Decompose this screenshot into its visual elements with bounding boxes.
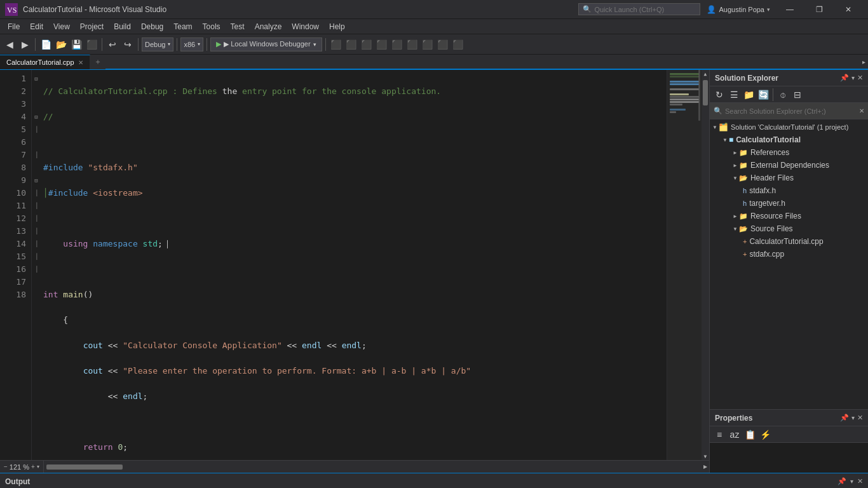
se-pin-icon[interactable]: 📌 — [840, 74, 849, 82]
menu-item-test[interactable]: Test — [226, 19, 250, 34]
menu-item-team[interactable]: Team — [168, 19, 197, 34]
prop-props-btn[interactable]: 📋 — [743, 428, 757, 442]
zoom-in-button[interactable]: + — [31, 463, 35, 470]
menu-item-file[interactable]: File — [3, 19, 25, 34]
zoom-dropdown-button[interactable]: ▾ — [37, 464, 39, 470]
menu-item-view[interactable]: View — [48, 19, 75, 34]
tree-targetver-h-node[interactable]: h targetver.h — [710, 197, 868, 210]
prop-pin-icon[interactable]: 📌 — [840, 414, 849, 422]
scroll-right-arrow[interactable]: ▶ — [702, 463, 709, 471]
toolbar-save-button[interactable]: 💾 — [69, 37, 83, 51]
tree-stdafx-cpp-node[interactable]: + stdafx.cpp — [710, 248, 868, 261]
debug-config-dropdown[interactable]: Debug ▾ — [142, 37, 173, 51]
line-num-1: 1 — [0, 72, 26, 85]
fold-1[interactable]: ⊟ — [32, 72, 41, 85]
toolbar-extra-btn-2[interactable]: ⬛ — [344, 37, 358, 51]
menu-item-analyze[interactable]: Analyze — [250, 19, 287, 34]
tab-calculatortutorial-cpp[interactable]: CalculatorTutorial.cpp ✕ — [0, 55, 90, 69]
tree-resource-files-node[interactable]: ► 📁 Resource Files — [710, 210, 868, 222]
se-sync-button[interactable]: ↻ — [712, 88, 726, 102]
se-close-icon[interactable]: ✕ — [857, 74, 863, 82]
output-pin-btn[interactable]: 📌 — [837, 477, 846, 485]
toolbar-extra-btn-8[interactable]: ⬛ — [436, 37, 450, 51]
fold-9[interactable]: ⊟ — [32, 174, 41, 187]
tree-stdafx-h-node[interactable]: h stdafx.h — [710, 184, 868, 197]
toolbar-extra-btn-4[interactable]: ⬛ — [375, 37, 389, 51]
tree-references-node[interactable]: ► 📁 References — [710, 146, 868, 159]
tree-calculatortutorial-cpp-node[interactable]: + CalculatorTutorial.cpp — [710, 235, 868, 248]
restore-button[interactable]: ❐ — [804, 0, 834, 19]
run-dropdown-arrow[interactable]: ▾ — [313, 41, 316, 48]
minimap-slider[interactable] — [698, 70, 700, 121]
menu-item-project[interactable]: Project — [75, 19, 109, 34]
quick-launch-input[interactable] — [594, 6, 696, 13]
menu-item-debug[interactable]: Debug — [136, 19, 168, 34]
search-area[interactable]: 🔍 — [578, 3, 700, 15]
se-search-input[interactable] — [725, 107, 857, 115]
platform-dropdown[interactable]: x86 ▾ — [180, 37, 203, 51]
horiz-scroll-track[interactable] — [46, 464, 699, 470]
prop-dropdown-icon[interactable]: ▾ — [851, 414, 855, 421]
minimize-button[interactable]: — — [775, 0, 804, 19]
tab-close-icon[interactable]: ✕ — [78, 59, 83, 66]
se-props-button[interactable]: ☰ — [727, 88, 741, 102]
se-search-clear-icon[interactable]: ✕ — [859, 107, 864, 114]
toolbar-open-button[interactable]: 📂 — [54, 37, 68, 51]
toolbar-extra-btn-3[interactable]: ⬛ — [360, 37, 374, 51]
code-content[interactable]: // CalculatorTutorial.cpp : Defines the … — [41, 70, 667, 460]
se-collapse-all-button[interactable]: ⊟ — [790, 88, 804, 102]
zoom-level[interactable]: 121 % — [10, 463, 29, 471]
menu-item-window[interactable]: Window — [287, 19, 324, 34]
scroll-down-arrow[interactable]: ▼ — [702, 452, 709, 460]
toolbar-redo-button[interactable]: ↪ — [121, 37, 135, 51]
user-name[interactable]: Augustin Popa — [719, 6, 764, 13]
targetver-h-icon: h — [743, 200, 747, 207]
line-num-15: 15 — [0, 250, 26, 263]
horiz-scroll-thumb[interactable] — [46, 464, 123, 470]
prop-category-btn[interactable]: ≡ — [712, 428, 726, 442]
tab-add-button[interactable]: ＋ — [90, 55, 105, 69]
code-editor[interactable]: 1 2 3 4 5 6 7 8 9 10 11 12 13 14 15 16 1 — [0, 70, 709, 460]
menu-item-tools[interactable]: Tools — [198, 19, 226, 34]
tree-solution-node[interactable]: ▼ 🗂️ Solution 'CalculatorTutorial' (1 pr… — [710, 121, 868, 133]
prop-close-icon[interactable]: ✕ — [857, 414, 863, 422]
toolbar-extra-btn-6[interactable]: ⬛ — [405, 37, 419, 51]
toolbar-save-all-button[interactable]: ⬛ — [85, 37, 98, 51]
line-num-9: 9 — [0, 174, 26, 187]
scroll-track[interactable] — [703, 78, 708, 452]
toolbar-new-button[interactable]: 📄 — [39, 37, 53, 51]
toolbar-extra-btn-7[interactable]: ⬛ — [421, 37, 435, 51]
output-dropdown-btn[interactable]: ▾ — [850, 478, 853, 485]
prop-alpha-btn[interactable]: az — [728, 428, 742, 442]
run-button[interactable]: ▶ ▶ Local Windows Debugger ▾ — [210, 37, 322, 51]
se-show-all-button[interactable]: 📁 — [742, 88, 756, 102]
menu-item-help[interactable]: Help — [324, 19, 350, 34]
vertical-scrollbar[interactable]: ▲ ▼ — [702, 70, 709, 460]
scroll-thumb[interactable] — [703, 80, 708, 105]
scroll-tabs-button[interactable]: ▸ — [860, 55, 868, 69]
menu-item-edit[interactable]: Edit — [25, 19, 48, 34]
toolbar-forward-button[interactable]: ▶ — [18, 37, 32, 51]
extdeps-expand-icon: ► — [733, 163, 738, 168]
tree-project-node[interactable]: ▼ ■ CalculatorTutorial — [710, 133, 868, 146]
output-close-btn[interactable]: ✕ — [857, 477, 863, 485]
minimap-highlight — [667, 70, 702, 460]
fold-4[interactable]: ⊟ — [32, 111, 41, 123]
se-filter-button[interactable]: ⌽ — [776, 88, 790, 102]
toolbar-extra-btn-9[interactable]: ⬛ — [451, 37, 465, 51]
toolbar-undo-button[interactable]: ↩ — [105, 37, 119, 51]
se-dropdown-arrow[interactable]: ▾ — [851, 74, 855, 81]
user-dropdown-arrow[interactable]: ▾ — [767, 6, 770, 13]
tree-source-files-node[interactable]: ▼ 📂 Source Files — [710, 222, 868, 235]
close-button[interactable]: ✕ — [834, 0, 863, 19]
toolbar-extra-btn-5[interactable]: ⬛ — [390, 37, 404, 51]
toolbar-extra-btn-1[interactable]: ⬛ — [329, 37, 343, 51]
prop-events-btn[interactable]: ⚡ — [758, 428, 772, 442]
toolbar-back-button[interactable]: ◀ — [3, 37, 17, 51]
se-refresh-button[interactable]: 🔄 — [756, 88, 770, 102]
scroll-up-arrow[interactable]: ▲ — [702, 70, 709, 78]
menu-item-build[interactable]: Build — [109, 19, 136, 34]
tree-external-deps-node[interactable]: ► 📁 External Dependencies — [710, 159, 868, 172]
zoom-out-button[interactable]: − — [4, 463, 8, 470]
tree-header-files-node[interactable]: ▼ 📂 Header Files — [710, 172, 868, 184]
